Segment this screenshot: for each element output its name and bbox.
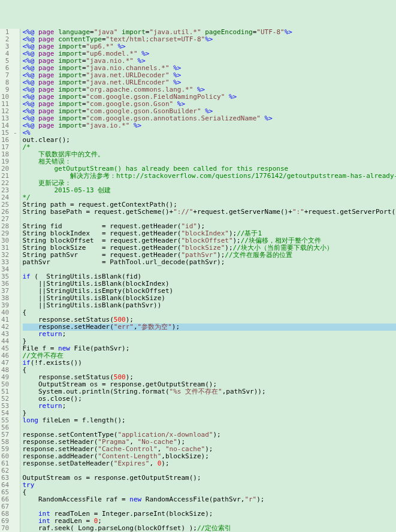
- code-line[interactable]: pathSvr = PathTool.url_decode(pathSvr);: [23, 259, 397, 266]
- line-gutter: 1 2 3 4 5 6 7 8 9 10 11 12 13 14 15 -16 …: [0, 29, 20, 532]
- code-line[interactable]: long fileLen = f.length();: [23, 417, 397, 424]
- code-line[interactable]: String basePath = request.getScheme()+":…: [23, 208, 397, 216]
- code-line[interactable]: 下载数据库中的文件。: [23, 151, 397, 158]
- code-line[interactable]: if(!f.exists()): [23, 359, 397, 367]
- code-line[interactable]: 2015-05-13 创建: [23, 187, 397, 194]
- code-line[interactable]: out.clear();: [23, 137, 397, 144]
- code-line[interactable]: response.setHeader("err","参数为空");: [23, 324, 397, 331]
- code-line[interactable]: File f = new File(pathSvr);: [23, 345, 397, 352]
- code-line[interactable]: RandomAccessFile raf = new RandomAccessF…: [23, 496, 397, 503]
- code-line[interactable]: try: [23, 482, 397, 489]
- code-line[interactable]: return;: [23, 331, 397, 338]
- code-line[interactable]: ||StringUtils.isBlank(pathSvr)): [23, 302, 397, 309]
- code-line[interactable]: <%: [23, 129, 397, 137]
- code-line[interactable]: return;: [23, 403, 397, 410]
- code-editor: 1 2 3 4 5 6 7 8 9 10 11 12 13 14 15 -16 …: [0, 29, 396, 532]
- code-line[interactable]: <%@ page import="java.io.*" %>: [23, 122, 397, 129]
- code-line[interactable]: response.setDateHeader("Expires", 0);: [23, 460, 397, 467]
- code-line[interactable]: 解决方法参考：http://stackoverflow.com/question…: [23, 173, 397, 180]
- code-line[interactable]: os.close();: [23, 395, 397, 403]
- code-line[interactable]: OutputStream os = response.getOutputStre…: [23, 474, 397, 482]
- code-area[interactable]: <%@ page language="java" import="java.ut…: [20, 29, 397, 532]
